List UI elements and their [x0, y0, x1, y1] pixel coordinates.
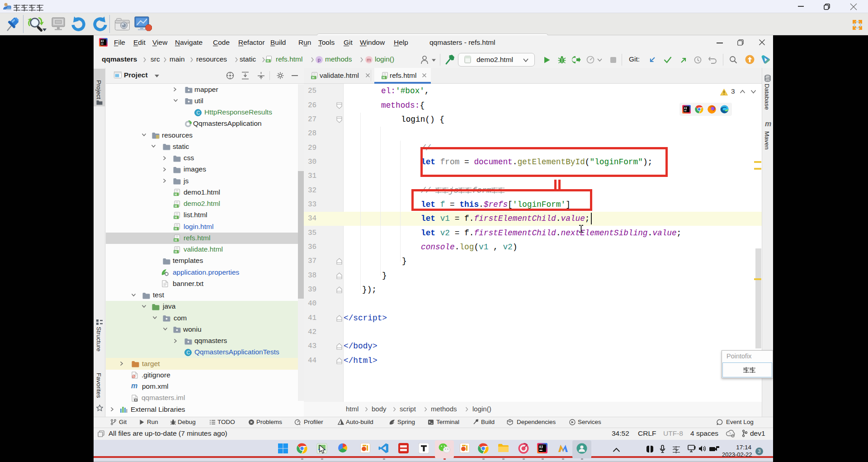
svg-text:H: H	[175, 238, 177, 242]
svg-text:H: H	[175, 227, 177, 230]
svg-text:H: H	[312, 76, 314, 79]
svg-text:H: H	[175, 193, 177, 196]
svg-text:H: H	[175, 204, 177, 207]
svg-text:H: H	[382, 76, 385, 79]
svg-text:H: H	[175, 250, 177, 253]
svg-text:H: H	[267, 59, 269, 62]
svg-text:C: C	[187, 350, 190, 355]
svg-text:C: C	[197, 110, 200, 115]
svg-text:H: H	[175, 216, 177, 219]
svg-text:?: ?	[729, 432, 731, 435]
